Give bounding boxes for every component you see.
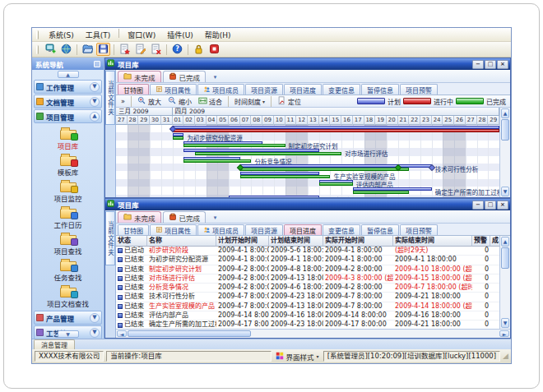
gantt-task-actual-bar[interactable] — [240, 175, 331, 178]
scroll-up-button[interactable]: ▲ — [501, 108, 509, 118]
table-tab-8[interactable]: 项目预警 — [400, 224, 438, 235]
doc-edit-button[interactable] — [133, 43, 147, 56]
chevron-up-icon[interactable]: ▲ — [90, 112, 100, 122]
menu-item-4[interactable]: 插件(U) — [161, 29, 199, 41]
gantt-task-actual-bar[interactable] — [173, 136, 184, 140]
column-header-5[interactable]: 实际开始时间 — [323, 236, 393, 247]
current-folder-vertical-tab[interactable]: 当前文件夹 — [105, 71, 115, 125]
table-row[interactable]: 已结束技术可行性分析2009-4-7 8:00:002009-4-23 18:0… — [116, 293, 499, 302]
table-vertical-scrollbar[interactable]: ▲▼ — [499, 236, 510, 329]
sidebar-item-5[interactable]: 项目查找 — [32, 231, 104, 256]
gantt-task-actual-bar[interactable] — [240, 168, 410, 171]
table-row[interactable]: 已启动初步研究阶段2009-4-1 8:00:002009-5-6 18:00:… — [116, 247, 499, 256]
table-tab-3[interactable]: 项目成员 — [197, 224, 244, 235]
column-header-2[interactable]: 名称 — [147, 236, 216, 247]
gantt-window-restore-button[interactable]: □ — [485, 60, 496, 69]
scroll-right-button[interactable]: ► — [499, 330, 509, 337]
sidebar-group-3[interactable]: 项目管理▲ — [34, 109, 102, 123]
scroll-thumb[interactable] — [128, 330, 251, 337]
table-tab-2[interactable]: 项目属性 — [150, 224, 197, 235]
menu-item-5[interactable]: 帮助(H) — [199, 29, 237, 41]
table-window-close-button[interactable]: × — [497, 201, 508, 210]
gantt-tab-dropdown-button[interactable]: ▾ — [210, 71, 220, 82]
scroll-down-button[interactable]: ▼ — [501, 187, 509, 196]
table-tab-1[interactable]: 甘特图 — [118, 224, 149, 235]
scroll-thumb[interactable] — [501, 119, 509, 141]
gantt-window-minimize-button[interactable]: − — [472, 60, 484, 69]
gantt-tab-5[interactable]: 项目进度 — [284, 84, 322, 95]
table-tab-5[interactable]: 项目进度 — [284, 224, 322, 235]
scroll-left-button[interactable]: ◄ — [117, 330, 127, 337]
gantt-tab-7[interactable]: 暂停信息 — [361, 84, 399, 95]
table-tab-4[interactable]: 项目资源 — [245, 224, 283, 235]
gantt-task-actual-bar[interactable] — [195, 152, 341, 155]
save-button[interactable] — [96, 43, 110, 56]
interface-style-button[interactable]: 界面样式 ▾ — [274, 352, 321, 362]
monitor-new-button[interactable] — [44, 43, 58, 56]
gantt-task-plan-bar[interactable] — [229, 196, 319, 197]
pin-icon[interactable] — [94, 61, 100, 67]
sidebar-scroll-up-button[interactable]: ▲ — [58, 71, 79, 78]
more-tools-button[interactable]: » — [118, 96, 128, 107]
sidebar-scroll-down-button[interactable]: ▼ — [58, 330, 79, 338]
gantt-tab-4[interactable]: 项目资源 — [245, 84, 283, 95]
table-tab-6[interactable]: 变更信息 — [323, 224, 360, 235]
table-row[interactable]: 已结束分析竞争情况2009-4-2 8:00:002009-4-6 18:00:… — [116, 284, 499, 293]
gantt-task-actual-bar[interactable] — [183, 144, 285, 147]
scroll-up-button[interactable]: ▲ — [501, 237, 509, 247]
sidebar-item-2[interactable]: 模板库 — [32, 152, 104, 177]
gantt-tab-3[interactable]: 项目成员 — [197, 84, 244, 95]
menu-item-1[interactable]: 系统(S) — [43, 29, 80, 41]
table-row[interactable]: 已结束生产实验室规模的产品2009-4-7 8:00:002009-4-13 1… — [116, 302, 499, 311]
chevron-down-icon[interactable]: ▼ — [90, 313, 100, 323]
table-window-minimize-button[interactable]: − — [472, 201, 484, 210]
table-row[interactable]: 已结束为初步研究分配资源2009-4-1 8:00:002009-4-1 18:… — [116, 256, 499, 265]
doc-star-button[interactable] — [118, 43, 132, 56]
zoom-in-button[interactable]: 放大 — [135, 96, 164, 107]
sidebar-item-4[interactable]: 工作日历 — [32, 205, 104, 229]
table-row[interactable]: 已结束确定生产所需的加工过程2009-4-17 8:00:002009-4-23… — [116, 321, 499, 329]
sidebar-item-6[interactable]: 任务查找 — [32, 257, 104, 282]
gantt-task-actual-bar[interactable] — [353, 191, 410, 194]
column-header-8[interactable]: 成 — [490, 236, 499, 247]
lock-button[interactable] — [192, 43, 206, 56]
doc-delete-button[interactable] — [149, 43, 163, 56]
table-folder-tab-1[interactable]: 未完成 — [118, 211, 161, 223]
sidebar-group-4[interactable]: 产品管理▼ — [34, 311, 102, 325]
exit-button[interactable] — [207, 43, 221, 56]
gantt-tab-6[interactable]: 变更信息 — [323, 84, 360, 95]
table-window-restore-button[interactable]: □ — [485, 201, 496, 210]
table-horizontal-scrollbar[interactable]: ◄► — [116, 329, 510, 338]
folder-open-button[interactable] — [81, 43, 95, 56]
scroll-down-button[interactable]: ▼ — [501, 318, 509, 328]
scroll-thumb[interactable] — [501, 247, 509, 269]
column-header-6[interactable]: 实际结束时间 — [393, 236, 472, 247]
gantt-window-titlebar[interactable]: 项目库 −□× — [105, 58, 510, 70]
gantt-task-actual-bar[interactable] — [183, 159, 251, 163]
sidebar-item-3[interactable]: 项目监控 — [32, 178, 104, 203]
column-header-7[interactable]: 预警 — [472, 236, 490, 247]
gantt-folder-tab-1[interactable]: 未完成 — [118, 71, 161, 82]
current-folder-vertical-tab[interactable]: 当前文件夹 — [105, 211, 115, 265]
sidebar-group-1[interactable]: 工作管理▼ — [34, 80, 102, 94]
table-tab-7[interactable]: 暂停信息 — [361, 224, 399, 235]
table-row[interactable]: 已结束评估内部产品2009-4-14 8:00:002009-4-16 18:0… — [116, 311, 499, 321]
table-folder-tab-2[interactable]: 已完成 — [163, 211, 207, 223]
help-button[interactable]: ? — [170, 43, 184, 56]
gantt-vertical-scrollbar[interactable]: ▲▼ — [499, 108, 510, 197]
column-header-1[interactable]: 状态 — [116, 236, 147, 247]
table-row[interactable]: 已结束制定初步研究计划2009-4-2 8:00:002009-4-8 18:0… — [116, 265, 499, 274]
gantt-tab-2[interactable]: 项目属性 — [150, 84, 197, 95]
locate-button[interactable]: 定位 — [275, 96, 304, 107]
chevron-down-icon[interactable]: ▼ — [90, 82, 100, 92]
message-manager-tab[interactable]: 消息管理 — [34, 339, 75, 349]
globe-button[interactable] — [59, 43, 73, 56]
time-scale-button[interactable]: 时间刻度▾ — [232, 96, 267, 107]
zoom-out-button[interactable]: 缩小 — [165, 96, 194, 107]
table-row[interactable]: 已结束对市场进行评估2009-4-2 8:00:002009-4-13 18:0… — [116, 274, 499, 284]
fit-button[interactable]: 适合 — [196, 96, 225, 107]
gantt-task-progress-bar[interactable] — [173, 129, 499, 132]
gantt-window-close-button[interactable]: × — [497, 60, 508, 69]
chevron-down-icon[interactable]: ▼ — [90, 97, 100, 107]
table-window-titlebar[interactable]: 项目库 −□× — [105, 199, 510, 210]
